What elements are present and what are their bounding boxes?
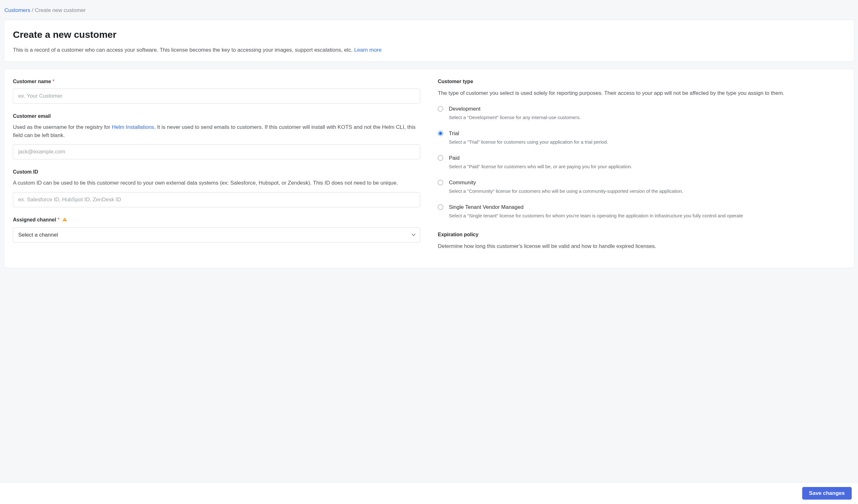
page-title: Create a new customer (13, 28, 845, 42)
assigned-channel-label: Assigned channel * (13, 216, 67, 224)
customer-email-label: Customer email (13, 112, 51, 120)
customer-email-input[interactable] (13, 144, 420, 159)
assigned-channel-select[interactable]: Select a channel (13, 227, 420, 243)
customer-type-radio-group: Development Select a "Development" licen… (438, 105, 845, 220)
radio-desc: Select a "Community" license for custome… (449, 188, 845, 195)
customer-name-group: Customer name * (13, 78, 420, 104)
radio-item-trial[interactable]: Trial Select a "Trial" license for custo… (438, 129, 845, 146)
radio-title: Trial (449, 129, 845, 137)
radio-single-tenant[interactable] (438, 205, 443, 210)
radio-item-single-tenant[interactable]: Single Tenant Vendor Managed Select a "S… (438, 203, 845, 220)
breadcrumb-current: Create new customer (35, 7, 86, 13)
radio-trial[interactable] (438, 131, 443, 136)
radio-desc: Select a "Single tenant" license for cus… (449, 212, 845, 220)
learn-more-link[interactable]: Learn more (354, 47, 382, 53)
custom-id-group: Custom ID A custom ID can be used to tie… (13, 168, 420, 207)
breadcrumb-separator: / (32, 7, 35, 13)
customer-name-label: Customer name * (13, 78, 54, 85)
radio-development[interactable] (438, 106, 443, 112)
expiration-policy-label: Expiration policy (438, 231, 845, 239)
radio-title: Paid (449, 154, 845, 162)
radio-community[interactable] (438, 180, 443, 185)
expiration-policy-help: Determine how long this customer's licen… (438, 242, 845, 250)
custom-id-help: A custom ID can be used to tie this cust… (13, 179, 420, 187)
svg-rect-0 (65, 218, 65, 220)
custom-id-label: Custom ID (13, 168, 38, 176)
assigned-channel-group: Assigned channel * Select a channel (13, 216, 420, 243)
right-column: Customer type The type of customer you s… (438, 78, 845, 259)
radio-item-paid[interactable]: Paid Select a "Paid" license for custome… (438, 154, 845, 170)
customer-type-group: Customer type The type of customer you s… (438, 78, 845, 220)
customer-type-help: The type of customer you select is used … (438, 89, 845, 97)
radio-item-development[interactable]: Development Select a "Development" licen… (438, 105, 845, 121)
page-subtitle: This is a record of a customer who can a… (13, 46, 845, 54)
required-asterisk: * (57, 217, 59, 222)
radio-desc: Select a "Trial" license for customers u… (449, 139, 845, 146)
svg-rect-1 (65, 220, 65, 220)
breadcrumb: Customers / Create new customer (4, 5, 854, 19)
left-column: Customer name * Customer email Used as t… (13, 78, 420, 259)
customer-type-label: Customer type (438, 78, 845, 85)
radio-paid[interactable] (438, 155, 443, 161)
radio-title: Community (449, 179, 845, 187)
radio-item-community[interactable]: Community Select a "Community" license f… (438, 179, 845, 195)
required-asterisk: * (52, 79, 54, 84)
radio-title: Single Tenant Vendor Managed (449, 203, 845, 211)
breadcrumb-customers-link[interactable]: Customers (4, 7, 30, 13)
radio-desc: Select a "Paid" license for customers wh… (449, 163, 845, 170)
customer-email-group: Customer email Used as the username for … (13, 112, 420, 159)
radio-title: Development (449, 105, 845, 113)
expiration-policy-group: Expiration policy Determine how long thi… (438, 231, 845, 250)
customer-email-help: Used as the username for the registry fo… (13, 123, 420, 139)
form-card: Customer name * Customer email Used as t… (4, 69, 854, 268)
warning-icon (62, 217, 67, 224)
helm-installations-link[interactable]: Helm Installations (112, 124, 154, 130)
customer-name-input[interactable] (13, 88, 420, 104)
header-card: Create a new customer This is a record o… (4, 19, 854, 62)
custom-id-input[interactable] (13, 192, 420, 207)
radio-desc: Select a "Development" license for any i… (449, 114, 845, 121)
